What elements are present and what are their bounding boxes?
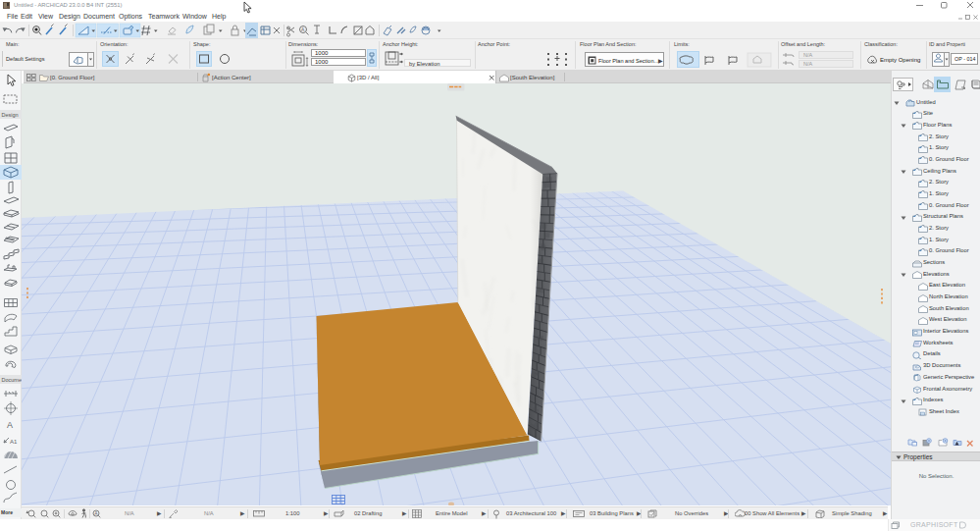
svg-text:A: A [7,420,13,430]
svg-text:A1: A1 [10,439,18,445]
svg-text:A: A [301,27,305,32]
svg-text:Docume: Docume [2,377,22,383]
svg-text:Design: Design [2,112,19,118]
